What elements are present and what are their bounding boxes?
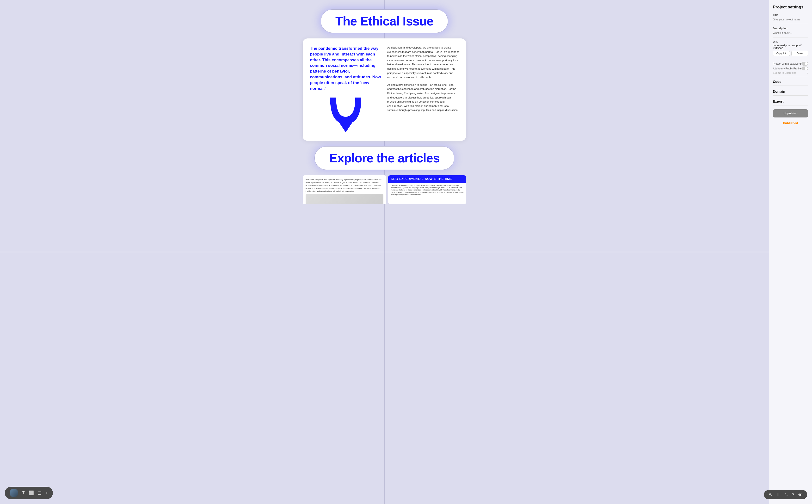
explore-text: Explore the articles <box>329 151 440 165</box>
submit-row: Submit to Examples ? <box>773 71 808 74</box>
canvas-content: The Ethical Issue The pandemic transform… <box>0 0 769 204</box>
user-avatar[interactable] <box>10 489 18 497</box>
text-tool-icon[interactable]: T <box>22 491 25 496</box>
frame-tool-icon[interactable]: ⬜ <box>29 490 34 496</box>
left-heading: The pandemic transformed the way people … <box>310 46 381 91</box>
bottom-left-toolbar: T ⬜ ❑ + <box>5 487 53 499</box>
panel-title: Project settings <box>773 5 808 10</box>
unpublish-button[interactable]: Unpublish <box>773 109 808 117</box>
protect-label: Protect with a password <box>773 62 801 65</box>
preview-right-body: There has never been a better time to in… <box>388 183 466 204</box>
preview-right-header: STAY EXPERIMENTAL NOW IS THE TIME <box>388 175 466 183</box>
url-value: hugo.readymag.support/4313660 <box>773 44 808 50</box>
open-button[interactable]: Open <box>791 51 808 56</box>
profile-toggle-knob <box>805 67 808 70</box>
title-field-label: Title <box>773 13 808 16</box>
explore-pill[interactable]: Explore the articles <box>315 147 454 170</box>
preview-left: With more designers and agencies adoptin… <box>303 175 386 204</box>
url-field-group: URL hugo.readymag.support/4313660 Copy l… <box>773 40 808 59</box>
canvas-area: The Ethical Issue The pandemic transform… <box>0 0 769 504</box>
profile-label: Add to my Public Profile <box>773 67 801 70</box>
code-section[interactable]: Code <box>773 80 808 86</box>
description-field-label: Description <box>773 27 808 30</box>
right-para1: As designers and developers, we are obli… <box>387 46 459 80</box>
domain-section[interactable]: Domain <box>773 90 808 96</box>
protect-toggle[interactable] <box>801 62 808 66</box>
preview-strip: With more designers and agencies adoptin… <box>303 175 466 204</box>
arrow-shape <box>310 95 381 134</box>
protect-toggle-knob <box>805 62 808 65</box>
title-text: The Ethical Issue <box>335 14 433 28</box>
layers-tool-icon[interactable]: ❑ <box>38 490 42 496</box>
svg-marker-0 <box>338 122 353 132</box>
submit-label: Submit to Examples <box>773 71 796 74</box>
description-field-group: Description <box>773 27 808 37</box>
title-pill[interactable]: The Ethical Issue <box>321 10 448 33</box>
add-tool-icon[interactable]: + <box>45 491 48 496</box>
question-icon[interactable]: ? <box>807 71 808 74</box>
preview-left-text: With more designers and agencies adoptin… <box>306 178 381 192</box>
title-input[interactable] <box>773 18 808 21</box>
content-right: As designers and developers, we are obli… <box>387 46 459 134</box>
url-field-label: URL <box>773 40 808 43</box>
content-left: The pandemic transformed the way people … <box>310 46 381 134</box>
right-panel: Project settings Title Description URL h… <box>769 0 812 504</box>
title-field-group: Title <box>773 13 808 24</box>
bottom-right-toolbar: ↖ ⏸ ⤡ ? 👁 <box>764 490 769 499</box>
url-btn-row: Copy link Open <box>773 51 808 56</box>
preview-right-text: There has never been a better time to in… <box>391 184 463 196</box>
now-is-text: NOW IS THE TIME <box>425 177 452 181</box>
content-block[interactable]: The pandemic transformed the way people … <box>303 38 466 141</box>
export-section[interactable]: Export <box>773 99 808 105</box>
stay-experimental-text: STAY EXPERIMENTAL <box>391 177 424 181</box>
preview-image <box>306 194 383 204</box>
published-status: Published <box>773 121 808 125</box>
profile-toggle[interactable] <box>801 67 808 70</box>
description-input[interactable] <box>773 31 808 34</box>
preview-right: STAY EXPERIMENTAL NOW IS THE TIME There … <box>388 175 466 204</box>
right-para2: Adding a new dimension to design—an ethi… <box>387 83 459 112</box>
profile-toggle-row: Add to my Public Profile <box>773 67 808 70</box>
protect-toggle-row: Protect with a password <box>773 62 808 66</box>
toggles-group: Protect with a password Add to my Public… <box>773 62 808 77</box>
copy-link-button[interactable]: Copy link <box>773 51 790 56</box>
